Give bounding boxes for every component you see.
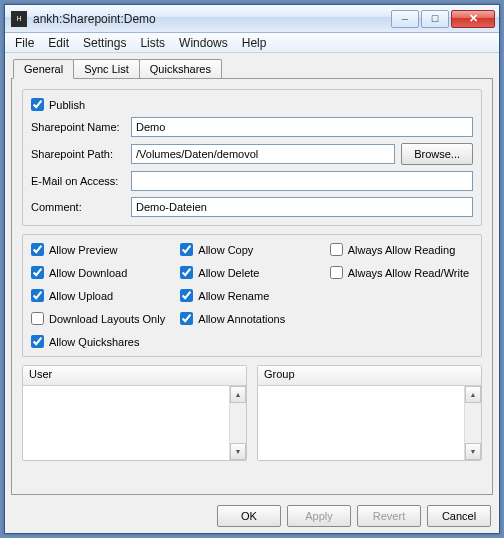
cb-allow-rename[interactable]: Allow Rename [180,289,323,302]
group-header: Group [258,366,481,386]
user-scrollbar[interactable]: ▲ ▼ [229,386,246,460]
browse-button[interactable]: Browse... [401,143,473,165]
spacer [330,312,473,325]
comment-input[interactable] [131,197,473,217]
scroll-up-icon[interactable]: ▲ [465,386,481,403]
menu-edit[interactable]: Edit [42,34,75,52]
email-label: E-Mail on Access: [31,175,125,187]
menubar: File Edit Settings Lists Windows Help [5,33,499,53]
user-header: User [23,366,246,386]
revert-button[interactable]: Revert [357,505,421,527]
lists-row: User ▲ ▼ Group ▲ ▼ [22,365,482,461]
user-listbox[interactable]: User ▲ ▼ [22,365,247,461]
spacer [330,289,473,302]
menu-settings[interactable]: Settings [77,34,132,52]
menu-windows[interactable]: Windows [173,34,234,52]
window-title: ankh:Sharepoint:Demo [33,12,391,26]
cb-allow-preview[interactable]: Allow Preview [31,243,174,256]
tab-general[interactable]: General [13,59,74,79]
cb-allow-delete[interactable]: Allow Delete [180,266,323,279]
app-icon: H [11,11,27,27]
cb-allow-quickshares[interactable]: Allow Quickshares [31,335,174,348]
group-listbox[interactable]: Group ▲ ▼ [257,365,482,461]
ok-button[interactable]: OK [217,505,281,527]
close-button[interactable]: ✕ [451,10,495,28]
cancel-button[interactable]: Cancel [427,505,491,527]
cb-allow-upload[interactable]: Allow Upload [31,289,174,302]
scroll-down-icon[interactable]: ▼ [230,443,246,460]
tab-panel-general: Publish Sharepoint Name: Sharepoint Path… [11,78,493,495]
path-label: Sharepoint Path: [31,148,125,160]
scroll-up-icon[interactable]: ▲ [230,386,246,403]
publish-checkbox[interactable]: Publish [31,98,85,111]
apply-button[interactable]: Apply [287,505,351,527]
maximize-button[interactable]: ☐ [421,10,449,28]
cb-always-rw[interactable]: Always Allow Read/Write [330,266,473,279]
comment-label: Comment: [31,201,125,213]
tab-synclist[interactable]: Sync List [73,59,140,79]
menu-lists[interactable]: Lists [134,34,171,52]
group-permissions: Allow Preview Allow Copy Always Allow Re… [22,234,482,357]
name-input[interactable] [131,117,473,137]
cb-allow-copy[interactable]: Allow Copy [180,243,323,256]
titlebar: H ankh:Sharepoint:Demo ─ ☐ ✕ [5,5,499,33]
cb-download-layouts[interactable]: Download Layouts Only [31,312,174,325]
client-area: General Sync List Quickshares Publish Sh… [5,53,499,533]
email-input[interactable] [131,171,473,191]
tab-quickshares[interactable]: Quickshares [139,59,222,79]
group-scrollbar[interactable]: ▲ ▼ [464,386,481,460]
path-input[interactable] [131,144,395,164]
cb-allow-download[interactable]: Allow Download [31,266,174,279]
menu-help[interactable]: Help [236,34,273,52]
window-controls: ─ ☐ ✕ [391,10,495,28]
scroll-down-icon[interactable]: ▼ [465,443,481,460]
publish-input[interactable] [31,98,44,111]
dialog-buttons: OK Apply Revert Cancel [11,495,493,527]
menu-file[interactable]: File [9,34,40,52]
name-label: Sharepoint Name: [31,121,125,133]
cb-allow-annotations[interactable]: Allow Annotations [180,312,323,325]
app-window: H ankh:Sharepoint:Demo ─ ☐ ✕ File Edit S… [4,4,500,534]
group-basic: Publish Sharepoint Name: Sharepoint Path… [22,89,482,226]
publish-label: Publish [49,99,85,111]
cb-always-reading[interactable]: Always Allow Reading [330,243,473,256]
minimize-button[interactable]: ─ [391,10,419,28]
tab-strip: General Sync List Quickshares [11,59,493,79]
